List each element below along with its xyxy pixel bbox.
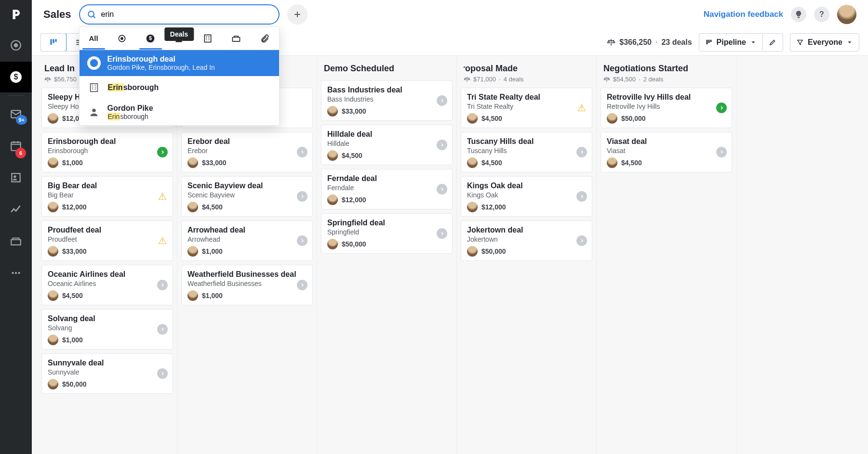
search-wrap: Deals All $ (79, 4, 280, 25)
deal-org: Tuscany Hills (467, 147, 586, 155)
result-title: Erinsborough (107, 83, 159, 92)
deal-icon: $ (87, 56, 101, 70)
total-amount: $366,250 (619, 38, 652, 47)
deal-card[interactable]: Solvang dealSolvang$1,000 (41, 309, 173, 350)
status-gray-icon (297, 235, 307, 246)
view-pipeline-button[interactable] (40, 33, 67, 52)
owner-avatar (187, 157, 198, 168)
status-gray-icon (297, 147, 307, 157)
mail-badge: 9+ (16, 115, 27, 125)
rail-separator (9, 95, 23, 96)
nav-products[interactable] (0, 226, 32, 257)
search-tooltip: Deals (164, 27, 194, 41)
search-tab-products[interactable] (222, 27, 250, 50)
nav-leads[interactable] (0, 30, 32, 61)
deal-card[interactable]: Erebor dealErebor$33,000 (181, 132, 313, 172)
deal-amount: $1,000 (202, 247, 223, 255)
deal-card[interactable]: Sunnyvale dealSunnyvale$50,000 (41, 353, 173, 394)
svg-rect-25 (706, 39, 708, 44)
status-gray-icon (576, 235, 587, 246)
navigation-feedback-link[interactable]: Navigation feedback (704, 10, 783, 19)
nav-deals[interactable]: $ (0, 62, 32, 92)
search-result-deal[interactable]: $ Erinsborough deal Gordon Pike, Erinsbo… (80, 50, 279, 76)
deal-card[interactable]: Weatherfield Businesses dealWeatherfield… (181, 265, 313, 305)
deal-amount: $4,500 (342, 152, 362, 159)
search-result-person[interactable]: Gordon Pike Erinsborough (80, 99, 279, 125)
status-gray-icon (297, 280, 307, 290)
deal-card[interactable]: Hilldale dealHilldale$4,500 (321, 125, 453, 165)
search-tab-deals[interactable]: $ (136, 27, 165, 50)
owner-avatar (467, 202, 478, 212)
deal-card[interactable]: Oceanic Airlines dealOceanic Airlines$4,… (41, 265, 173, 305)
logo[interactable] (0, 0, 32, 29)
quick-add-button[interactable] (287, 4, 307, 25)
owner-avatar (467, 113, 478, 124)
deal-card[interactable]: Kings Oak dealKings Oak$12,000 (461, 176, 592, 217)
tips-icon[interactable] (791, 7, 806, 22)
owner-avatar (607, 157, 617, 168)
deal-title: Sunnyvale deal (48, 359, 167, 367)
nav-calendar[interactable]: 6 (0, 130, 32, 161)
deal-title: Viasat deal (607, 137, 726, 146)
svg-text:$: $ (13, 72, 18, 81)
status-gray-icon (576, 147, 587, 157)
deal-card[interactable]: Viasat dealViasat$4,500 (601, 132, 732, 172)
pipeline-selector[interactable]: Pipeline (699, 33, 763, 52)
deal-card[interactable]: Bass Industries dealBass Industries$33,0… (321, 80, 453, 121)
deal-card[interactable]: Ferndale dealFerndale$12,000 (321, 169, 453, 209)
deal-card[interactable]: Tri State Realty dealTri State Realty$4,… (461, 88, 592, 128)
search-tab-files[interactable] (250, 27, 279, 50)
result-title: Gordon Pike (107, 104, 153, 113)
totals: $366,250 · 23 deals (607, 38, 692, 47)
search-input[interactable] (79, 4, 280, 25)
search-tab-all[interactable]: All (80, 27, 108, 50)
owner-avatar (187, 290, 198, 301)
nav-contacts[interactable] (0, 162, 32, 193)
owner-avatar (48, 202, 58, 212)
search-result-org[interactable]: Erinsborough (80, 76, 279, 99)
deal-title: Tuscany Hills deal (467, 137, 586, 146)
nav-more[interactable] (0, 258, 32, 288)
owner-avatar (48, 113, 58, 124)
deal-card[interactable]: Springfield dealSpringfield$50,000 (321, 213, 453, 254)
deal-title: Bass Industries deal (327, 86, 446, 94)
owner-avatar (187, 246, 198, 257)
status-green-icon (716, 103, 727, 113)
result-title: Erinsborough deal (107, 55, 215, 64)
deal-org: Solvang (48, 324, 167, 332)
deal-card[interactable]: Retroville Ivy Hills dealRetroville Ivy … (601, 88, 732, 128)
deal-card[interactable]: Proudfeet dealProudfeet$33,000⚠ (41, 221, 173, 261)
chevron-down-icon (846, 39, 853, 46)
deal-title: Scenic Bayview deal (187, 182, 307, 190)
svg-rect-16 (204, 35, 211, 42)
page-title: Sales (43, 8, 71, 21)
status-warn-icon: ⚠ (157, 191, 168, 202)
owner-filter-label: Everyone (808, 38, 842, 47)
search-tab-orgs[interactable] (193, 27, 222, 50)
deal-card[interactable]: Scenic Bayview dealScenic Bayview$4,500 (181, 176, 313, 217)
deal-title: Erinsborough deal (48, 137, 167, 146)
profile-avatar[interactable] (837, 5, 856, 24)
svg-point-1 (14, 44, 18, 47)
deal-card[interactable]: Tuscany Hills dealTuscany Hills$4,500 (461, 132, 592, 172)
deal-card[interactable]: Arrowhead dealArrowhead$1,000 (181, 221, 313, 261)
status-gray-icon (576, 191, 587, 202)
svg-rect-23 (55, 39, 56, 42)
owner-avatar (327, 239, 338, 249)
owner-filter[interactable]: Everyone (790, 33, 859, 52)
status-gray-icon (437, 95, 447, 106)
owner-avatar (187, 202, 198, 212)
search-tab-leads[interactable] (108, 27, 136, 50)
deal-title: Erebor deal (187, 137, 307, 146)
deal-card[interactable]: Erinsborough dealErinsborough$1,000 (41, 132, 173, 172)
nav-mail[interactable]: 9+ (0, 99, 32, 130)
deal-card[interactable]: Big Bear dealBig Bear$12,000⚠ (41, 176, 173, 217)
deal-card[interactable]: Jokertown dealJokertown$50,000 (461, 221, 592, 261)
deal-amount: $33,000 (62, 247, 87, 255)
edit-pipeline-button[interactable] (763, 33, 783, 52)
nav-insights[interactable] (0, 194, 32, 225)
status-gray-icon (297, 191, 307, 202)
deal-org: Sunnyvale (48, 368, 167, 376)
help-icon[interactable]: ? (814, 7, 829, 22)
left-rail: $ 9+ 6 (0, 0, 32, 454)
